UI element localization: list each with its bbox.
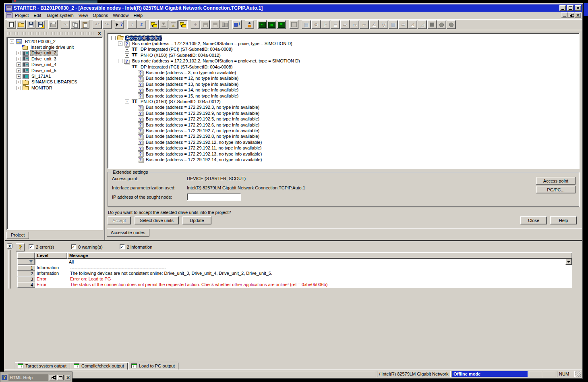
message-row-4[interactable]: 4ErrorThe status of the connection does … — [17, 282, 572, 288]
project-panel-grip[interactable]: x — [6, 31, 103, 36]
menu-options[interactable]: Options — [90, 12, 110, 19]
tree-item-bus-node-address-13-no-type-info-availab[interactable]: Bus node (address = 13, no type info ava… — [110, 81, 579, 87]
output-panel-close-button[interactable]: x — [7, 243, 12, 249]
tree-item-bus-node-address-172-29-102-2-nameofstat[interactable]: Bus node (address = 172.29.102.2, NameOf… — [110, 58, 579, 64]
tree-item-bus-node-address-172-29-192-12-no-type-i[interactable]: Bus node (address = 172.29.192.12, no ty… — [110, 139, 579, 145]
tree-item-bus-node-address-172-29-192-5-no-type-in[interactable]: Bus node (address = 172.29.192.5, no typ… — [110, 116, 579, 122]
module-information-button[interactable] — [232, 20, 242, 29]
expand-minus-box[interactable] — [118, 42, 122, 46]
filter-message-value[interactable]: All — [67, 260, 565, 264]
expand-minus-box[interactable] — [125, 100, 129, 104]
expand-plus-box[interactable] — [17, 57, 21, 61]
record-circle-2-button[interactable] — [447, 20, 456, 29]
maximize-button[interactable] — [567, 5, 574, 11]
checkbox-0-warning-s[interactable] — [71, 244, 76, 249]
tree-item-bus-node-address-172-29-192-8-no-type-in[interactable]: Bus node (address = 172.29.192.8, no typ… — [110, 134, 579, 139]
filter-level-cell[interactable] — [35, 259, 67, 265]
checkbox-2-error-s[interactable] — [29, 244, 34, 249]
tree-item-dp-integrated-pci-s7-subnetid-004a-0008[interactable]: DP Integrated (PCI) (S7-SubnetID: 004a-0… — [110, 47, 579, 52]
close-dialog-button[interactable]: Close — [520, 216, 547, 224]
tree-item-bus-node-address-12-no-type-info-availab[interactable]: Bus node (address = 12, no type info ava… — [110, 76, 579, 81]
save-project-button[interactable] — [26, 20, 35, 29]
tree-item-accessible-nodes[interactable]: Accessible nodes — [110, 35, 579, 41]
expand-plus-box[interactable] — [17, 74, 21, 79]
menu-target-system[interactable]: Target system — [43, 12, 76, 19]
mdi-restore-button[interactable] — [568, 12, 574, 18]
column-header-number[interactable] — [17, 252, 35, 259]
stop-square-button[interactable] — [427, 20, 437, 29]
expand-plus-box[interactable] — [125, 47, 129, 52]
tree-item-bus-node-address-172-29-192-13-no-type-i[interactable]: Bus node (address = 172.29.192.13, no ty… — [110, 151, 579, 157]
tree-item-bus-node-address-172-29-192-3-no-type-in[interactable]: Bus node (address = 172.29.192.3, no typ… — [110, 105, 579, 110]
tab-project[interactable]: Project — [6, 232, 29, 239]
tree-item-bus-node-address-172-29-192-7-no-type-in[interactable]: Bus node (address = 172.29.192.7, no typ… — [110, 128, 579, 133]
close-button[interactable]: × — [575, 5, 581, 11]
column-header-level[interactable]: Level — [35, 252, 67, 259]
expand-minus-box[interactable] — [111, 36, 116, 40]
save-and-recompile-button[interactable] — [36, 20, 45, 29]
tree-item-bus-node-address-172-29-109-2-nameofstat[interactable]: Bus node (address = 172.29.109.2, NameOf… — [110, 41, 579, 46]
function-generator-button[interactable]: ≈ — [267, 20, 276, 29]
expand-plus-box[interactable] — [17, 80, 21, 84]
project-panel-close-button[interactable]: x — [97, 31, 102, 36]
tree-item-insert-single-drive-unit[interactable]: Insert single drive unit — [9, 44, 102, 50]
expand-minus-box[interactable] — [10, 39, 14, 44]
menu-window[interactable]: Window — [110, 12, 131, 19]
html-help-maximize-button[interactable] — [57, 375, 64, 380]
new-project-button[interactable] — [7, 20, 16, 29]
pg-pc-button[interactable]: PG/PC... — [536, 186, 576, 193]
tab-target-system-output[interactable]: Target system output — [15, 363, 70, 370]
device-trace-button[interactable]: ~ — [257, 20, 267, 29]
tree-item-bus-node-address-15-no-type-info-availab[interactable]: Bus node (address = 15, no type info ava… — [110, 93, 579, 99]
record-circle-1-button[interactable] — [437, 20, 446, 29]
mdi-minimize-button[interactable] — [561, 12, 567, 18]
menu-view[interactable]: View — [76, 12, 91, 19]
column-header-message[interactable]: Message — [67, 252, 572, 259]
expand-minus-box[interactable] — [118, 59, 122, 63]
help-button[interactable]: Help — [550, 216, 577, 224]
tree-item-pn-io-x150-s7-subnetid-004a-0012[interactable]: PN-IO (X150) (S7-SubnetID: 004a-0012) — [110, 52, 579, 58]
tree-item-pn-io-x150-s7-subnetid-004a-0012[interactable]: PN-IO (X150) (S7-SubnetID: 004a-0012) — [110, 99, 579, 104]
menu-edit[interactable]: Edit — [31, 12, 43, 19]
ip-address-input[interactable] — [187, 193, 241, 201]
tree-item-drive-unit-3[interactable]: Drive_unit_3 — [9, 56, 102, 62]
access-point-button[interactable]: Access point — [536, 177, 576, 185]
tree-item-drive-unit-4[interactable]: Drive_unit_4 — [9, 62, 102, 68]
open-project-button[interactable] — [17, 20, 26, 29]
context-help-button[interactable] — [115, 20, 124, 29]
menu-help[interactable]: Help — [131, 12, 145, 19]
message-row-1[interactable]: 1Information----------------------------… — [17, 265, 572, 271]
mdi-close-button[interactable]: × — [575, 12, 581, 18]
tab-load-to-pg-output[interactable]: Load to PG output — [128, 362, 178, 370]
minimize-button[interactable] — [559, 5, 566, 11]
tree-item-bus-node-address-172-29-192-9-no-type-in[interactable]: Bus node (address = 172.29.192.9, no typ… — [110, 110, 579, 116]
resize-grip[interactable] — [576, 371, 581, 377]
tab-compile-check-output[interactable]: Compile/check output — [71, 363, 128, 370]
expand-plus-box[interactable] — [17, 69, 21, 73]
commissioning-button[interactable] — [245, 20, 254, 29]
update-button[interactable]: Update — [182, 216, 211, 224]
tree-item-bus-node-address-14-no-type-info-availab[interactable]: Bus node (address = 14, no type info ava… — [110, 87, 579, 93]
insert-output-interconnection-button[interactable] — [137, 20, 146, 29]
tree-item-bus-node-address-3-no-type-info-availabl[interactable]: Bus node (address = 3, no type info avai… — [110, 70, 579, 75]
tree-item-drive-unit-5[interactable]: Drive_unit_5 — [9, 68, 102, 73]
menu-project[interactable]: Project — [12, 12, 31, 19]
tree-item-monitor[interactable]: MONITOR — [9, 85, 102, 91]
accessible-nodes-button[interactable] — [178, 20, 188, 29]
checkbox-2-information[interactable] — [120, 244, 125, 249]
expand-minus-box[interactable] — [125, 65, 129, 69]
tree-item-dp-integrated-pci-s7-subnetid-004a-0008[interactable]: DP Integrated (PCI) (S7-SubnetID: 004a-0… — [110, 64, 579, 70]
output-help-button[interactable]: ? — [16, 243, 25, 251]
output-panel-grip[interactable]: x — [7, 243, 13, 289]
tree-item-drive-unit-2[interactable]: Drive_unit_2 — [9, 50, 102, 56]
tree-item-bus-node-address-172-29-192-6-no-type-in[interactable]: Bus node (address = 172.29.192.6, no typ… — [110, 122, 579, 128]
expand-plus-box[interactable] — [17, 62, 21, 67]
message-row-2[interactable]: 2InformationThe following devices are no… — [17, 271, 572, 276]
tree-item-si-171a1[interactable]: SI_171A1 — [9, 73, 102, 79]
html-help-restore-button[interactable] — [50, 375, 56, 380]
select-drive-units-button[interactable]: Select drive units — [135, 216, 179, 224]
expand-plus-box[interactable] — [125, 53, 129, 58]
tree-item-sinamics-libraries[interactable]: SINAMICS LIBRARIES — [9, 79, 102, 85]
tree-item-b1201p0030-2[interactable]: B1201P0030_2 — [9, 39, 102, 44]
html-help-close-button[interactable]: × — [65, 375, 71, 380]
